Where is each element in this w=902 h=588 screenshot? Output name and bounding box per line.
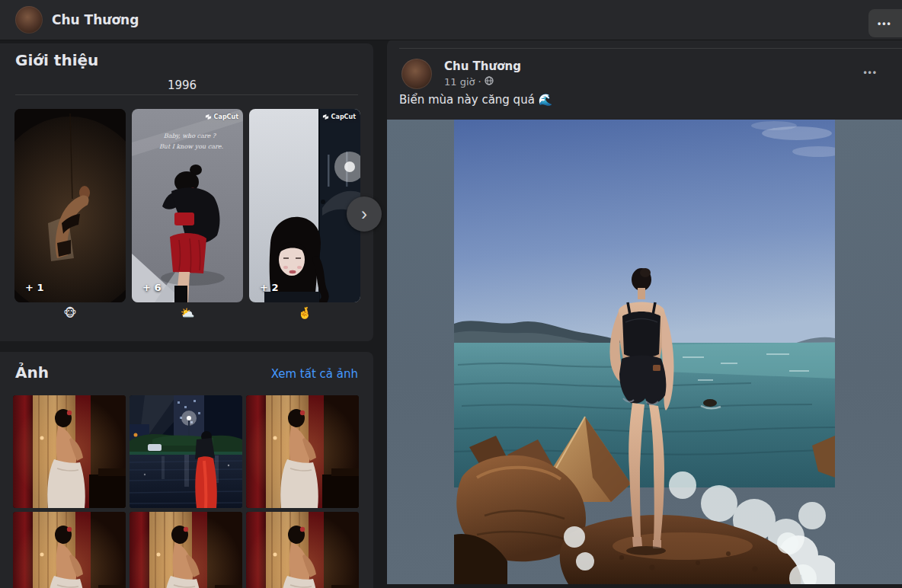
post-card: Chu Thương 11 giờ · ••• Biển mùa này căn… (387, 40, 902, 584)
capcut-logo-icon (205, 113, 212, 120)
post-timestamp[interactable]: 11 giờ (444, 76, 475, 88)
featured-collections-row: + 1 Baby, who care ? But I know you care… (14, 109, 360, 302)
photo-grid (13, 395, 359, 588)
featured-more-count-1: + 1 (25, 282, 43, 293)
capcut-watermark: CapCut (205, 113, 238, 120)
profile-header: Chu Thương ••• (0, 0, 902, 40)
header-profile-name[interactable]: Chu Thương (52, 12, 139, 27)
photos-card: Ảnh Xem tất cả ảnh (0, 352, 373, 588)
featured-collection-1[interactable]: + 1 (14, 109, 126, 302)
featured-collection-3[interactable]: CapCut + 2 (249, 109, 360, 302)
featured-caption-line1: Baby, who care ? (164, 133, 217, 139)
post-media[interactable] (387, 120, 902, 584)
photo-thumb-2[interactable] (130, 395, 242, 508)
post-photo[interactable] (454, 120, 835, 584)
intro-divider (15, 94, 358, 95)
capcut-watermark: CapCut (322, 113, 356, 120)
chevron-right-icon: › (361, 203, 367, 224)
intro-birth-year: 1996 (0, 78, 373, 92)
featured-title-emoji-2: ⛅ (132, 306, 243, 320)
photo-thumb-5[interactable] (130, 512, 242, 588)
capcut-logo-icon (322, 113, 329, 120)
photos-title: Ảnh (15, 363, 49, 382)
photo-thumb-4[interactable] (13, 512, 126, 588)
post-author-name[interactable]: Chu Thương (444, 59, 521, 73)
intro-card: Giới thiệu 1996 + 1 Baby, who care ? But… (0, 43, 373, 341)
featured-caption-line2: But I know you care. (159, 143, 223, 150)
photo-thumb-3[interactable] (246, 395, 359, 508)
photo-thumb-6[interactable] (246, 512, 359, 588)
photo-thumb-image (246, 512, 359, 588)
post-text: Biển mùa này căng quá 🌊 (399, 93, 552, 107)
featured-collection-2[interactable]: Baby, who care ? But I know you care. (132, 109, 243, 302)
post-meta: 11 giờ · (444, 76, 494, 88)
featured-more-count-3: + 2 (260, 282, 278, 293)
globe-privacy-icon (485, 76, 494, 88)
photo-thumb-1[interactable] (13, 395, 126, 508)
photo-thumb-image (13, 395, 126, 508)
intro-title: Giới thiệu (0, 43, 373, 69)
post-more-button[interactable]: ••• (859, 62, 882, 82)
photo-thumb-image (246, 395, 359, 508)
header-more-button[interactable]: ••• (868, 9, 902, 37)
featured-titles-row: 🐵 ⛅ 🤞 (14, 306, 360, 320)
featured-more-count-2: + 6 (142, 282, 161, 293)
featured-title-emoji-1: 🐵 (14, 306, 126, 320)
see-all-photos-link[interactable]: Xem tất cả ảnh (271, 367, 358, 381)
photo-thumb-image (130, 512, 242, 588)
more-dots-icon: ••• (863, 67, 878, 78)
photo-thumb-image (13, 512, 126, 588)
featured-title-emoji-3: 🤞 (249, 306, 360, 320)
featured-next-button[interactable]: › (347, 197, 382, 232)
featured-photo-2: Baby, who care ? But I know you care. (132, 109, 243, 302)
header-profile-avatar[interactable] (15, 6, 43, 34)
post-author-avatar[interactable] (401, 59, 432, 89)
featured-photo-3 (249, 109, 360, 302)
more-dots-icon: ••• (878, 18, 892, 29)
featured-photo-1 (14, 109, 126, 302)
meta-separator: · (478, 76, 481, 88)
post-top-divider (399, 48, 902, 49)
photo-thumb-image (130, 395, 242, 508)
post-header: Chu Thương 11 giờ · ••• (399, 56, 902, 90)
